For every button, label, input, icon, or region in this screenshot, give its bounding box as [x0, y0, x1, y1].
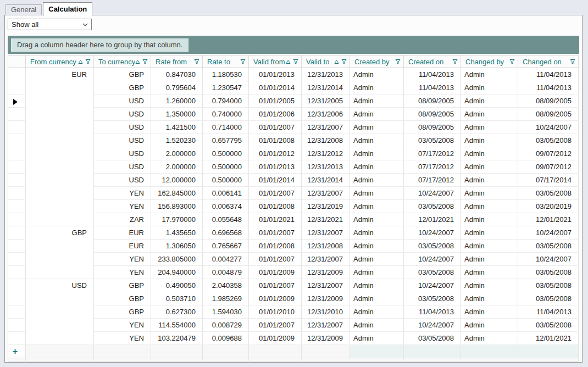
cell-rate_from[interactable]: 1.260000 [151, 94, 203, 108]
cell-rate_to[interactable]: 0.740000 [203, 108, 249, 121]
cell-created_by[interactable]: Admin [350, 108, 404, 121]
cell-rate_to[interactable]: 0.004277 [203, 253, 249, 266]
cell-valid_to[interactable]: 12/31/2021 [302, 213, 350, 226]
cell-created_on[interactable]: 11/04/2013 [404, 68, 461, 81]
cell-valid_from[interactable]: 01/01/2014 [249, 174, 302, 187]
cell-changed_on[interactable]: 09/07/2012 [518, 147, 579, 160]
cell-rate_to[interactable]: 0.657795 [203, 134, 249, 147]
column-header-created_on[interactable]: Created on [404, 55, 461, 68]
tab-calculation[interactable]: Calculation [43, 2, 92, 16]
group-by-drop-zone[interactable]: Drag a column header here to group by th… [8, 36, 579, 54]
cell-created_by[interactable]: Admin [350, 253, 404, 266]
from-currency-group-cell[interactable]: USD [26, 279, 94, 345]
cell-valid_to[interactable]: 12/31/2007 [302, 226, 350, 240]
cell-to_currency[interactable]: YEN [94, 200, 151, 213]
cell-valid_to[interactable]: 12/31/2013 [302, 160, 350, 174]
cell-valid_to[interactable]: 12/31/2007 [302, 319, 350, 332]
new-row-cell[interactable] [302, 345, 350, 358]
cell-rate_from[interactable]: 1.306050 [151, 240, 203, 253]
cell-changed_by[interactable]: Admin [461, 292, 518, 305]
cell-to_currency[interactable]: ZAR [94, 213, 151, 226]
cell-valid_to[interactable]: 12/31/2007 [302, 279, 350, 292]
cell-changed_by[interactable]: Admin [461, 68, 518, 81]
cell-rate_from[interactable]: 2.000000 [151, 160, 203, 174]
cell-valid_from[interactable]: 01/01/2010 [249, 305, 302, 319]
cell-rate_to[interactable]: 1.230547 [203, 81, 249, 94]
cell-changed_on[interactable]: 10/24/2007 [518, 121, 579, 134]
cell-to_currency[interactable]: GBP [94, 279, 151, 292]
cell-changed_on[interactable]: 07/17/2014 [518, 174, 579, 187]
row-indicator-cell[interactable] [8, 68, 26, 81]
cell-created_by[interactable]: Admin [350, 279, 404, 292]
cell-created_on[interactable]: 07/17/2012 [404, 174, 461, 187]
cell-valid_from[interactable]: 01/01/2014 [249, 81, 302, 94]
row-indicator-cell[interactable] [8, 160, 26, 174]
show-filter-dropdown[interactable]: Show all [8, 19, 92, 30]
cell-rate_to[interactable]: 0.008729 [203, 319, 249, 332]
cell-changed_by[interactable]: Admin [461, 213, 518, 226]
cell-created_on[interactable]: 10/24/2007 [404, 253, 461, 266]
row-indicator-cell[interactable] [8, 200, 26, 213]
column-header-changed_on[interactable]: Changed on [518, 55, 579, 68]
cell-changed_on[interactable]: 03/05/2008 [518, 292, 579, 305]
cell-changed_by[interactable]: Admin [461, 253, 518, 266]
cell-created_by[interactable]: Admin [350, 213, 404, 226]
cell-rate_from[interactable]: 204.940000 [151, 266, 203, 279]
new-row-cell[interactable] [203, 345, 249, 358]
new-row-cell[interactable] [518, 345, 579, 358]
cell-created_on[interactable]: 11/04/2013 [404, 305, 461, 319]
column-header-valid_to[interactable]: Valid to [302, 55, 350, 68]
cell-changed_by[interactable]: Admin [461, 174, 518, 187]
cell-created_on[interactable]: 08/09/2005 [404, 121, 461, 134]
cell-rate_to[interactable]: 0.696568 [203, 226, 249, 240]
cell-created_by[interactable]: Admin [350, 160, 404, 174]
filter-icon[interactable] [142, 58, 148, 66]
cell-valid_from[interactable]: 01/01/2007 [249, 226, 302, 240]
cell-rate_to[interactable]: 0.500000 [203, 147, 249, 160]
cell-valid_to[interactable]: 12/31/2007 [302, 121, 350, 134]
column-header-created_by[interactable]: Created by [350, 55, 404, 68]
cell-changed_on[interactable]: 11/04/2013 [518, 81, 579, 94]
cell-rate_from[interactable]: 162.845000 [151, 187, 203, 200]
cell-valid_to[interactable]: 12/31/2009 [302, 292, 350, 305]
cell-rate_to[interactable]: 0.714000 [203, 121, 249, 134]
cell-created_on[interactable]: 07/17/2012 [404, 160, 461, 174]
filter-icon[interactable] [509, 58, 515, 66]
cell-to_currency[interactable]: YEN [94, 319, 151, 332]
cell-changed_on[interactable]: 09/07/2012 [518, 160, 579, 174]
cell-created_on[interactable]: 11/04/2013 [404, 81, 461, 94]
cell-valid_to[interactable]: 12/31/2013 [302, 68, 350, 81]
new-row-cell[interactable] [461, 345, 518, 358]
cell-created_on[interactable]: 08/09/2005 [404, 94, 461, 108]
row-indicator-cell[interactable] [8, 332, 26, 345]
cell-to_currency[interactable]: USD [94, 160, 151, 174]
new-row-cell[interactable] [350, 345, 404, 358]
cell-valid_to[interactable]: 12/31/2009 [302, 332, 350, 345]
cell-valid_from[interactable]: 01/01/2009 [249, 292, 302, 305]
column-header-rate_to[interactable]: Rate to [203, 55, 249, 68]
cell-valid_from[interactable]: 01/01/2009 [249, 266, 302, 279]
cell-created_by[interactable]: Admin [350, 200, 404, 213]
cell-to_currency[interactable]: USD [94, 121, 151, 134]
cell-changed_on[interactable]: 10/24/2007 [518, 253, 579, 266]
cell-valid_from[interactable]: 01/01/2008 [249, 200, 302, 213]
cell-created_by[interactable]: Admin [350, 332, 404, 345]
cell-rate_from[interactable]: 1.435650 [151, 226, 203, 240]
cell-changed_by[interactable]: Admin [461, 147, 518, 160]
cell-rate_from[interactable]: 1.421500 [151, 121, 203, 134]
cell-changed_on[interactable]: 12/01/2021 [518, 332, 579, 345]
cell-rate_to[interactable]: 2.040358 [203, 279, 249, 292]
row-indicator-cell[interactable] [8, 81, 26, 94]
row-indicator-cell[interactable] [8, 292, 26, 305]
cell-to_currency[interactable]: GBP [94, 81, 151, 94]
cell-changed_by[interactable]: Admin [461, 94, 518, 108]
filter-icon[interactable] [85, 58, 91, 66]
filter-icon[interactable] [452, 58, 458, 66]
cell-rate_from[interactable]: 1.350000 [151, 108, 203, 121]
column-header-rate_from[interactable]: Rate from [151, 55, 203, 68]
cell-changed_on[interactable]: 10/24/2007 [518, 226, 579, 240]
new-row-cell[interactable] [26, 345, 94, 358]
row-indicator-cell[interactable] [8, 266, 26, 279]
cell-valid_from[interactable]: 01/01/2012 [249, 147, 302, 160]
cell-created_on[interactable]: 03/05/2008 [404, 240, 461, 253]
